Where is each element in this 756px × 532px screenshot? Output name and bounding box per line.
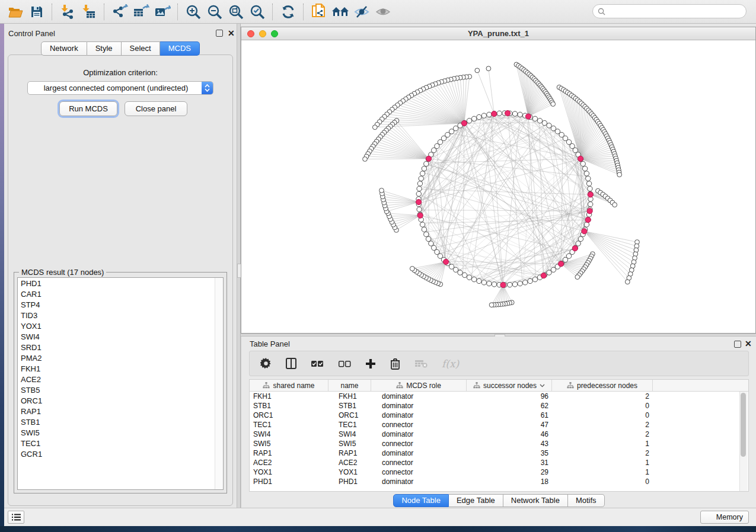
table-row[interactable]: ACE2ACE2connector311 bbox=[250, 458, 748, 467]
ring-node[interactable] bbox=[537, 118, 542, 123]
leaf-node[interactable] bbox=[489, 303, 494, 307]
table-row[interactable]: YOX1YOX1connector291 bbox=[250, 467, 748, 477]
ring-node[interactable] bbox=[584, 222, 589, 227]
ring-node[interactable] bbox=[481, 113, 486, 118]
export-network-icon[interactable] bbox=[109, 2, 130, 21]
tab-motifs[interactable]: Motifs bbox=[568, 494, 605, 507]
result-item[interactable]: YOX1 bbox=[18, 321, 223, 331]
column-header-name[interactable]: name bbox=[328, 380, 371, 391]
ring-node[interactable] bbox=[582, 166, 587, 171]
ring-node[interactable] bbox=[586, 176, 591, 181]
table-row[interactable]: TEC1TEC1connector472 bbox=[250, 420, 748, 430]
control-panel-float-icon[interactable] bbox=[216, 30, 223, 37]
ring-node[interactable] bbox=[586, 181, 591, 186]
ring-node[interactable] bbox=[481, 280, 486, 285]
export-table-icon[interactable] bbox=[130, 2, 152, 21]
table-panel-close-icon[interactable]: ✕ bbox=[745, 339, 752, 348]
ring-node[interactable] bbox=[477, 278, 481, 283]
hide-selected-eye-icon[interactable] bbox=[351, 2, 372, 21]
save-icon[interactable] bbox=[26, 2, 47, 21]
ring-node[interactable] bbox=[487, 112, 492, 117]
ring-node[interactable] bbox=[417, 207, 422, 211]
mcds-hub-node[interactable] bbox=[587, 209, 592, 214]
tab-mcds[interactable]: MCDS bbox=[160, 41, 200, 56]
ring-node[interactable] bbox=[532, 277, 537, 281]
leaf-node[interactable] bbox=[486, 66, 491, 71]
tab-style[interactable]: Style bbox=[87, 41, 122, 56]
mcds-hub-node[interactable] bbox=[585, 217, 591, 223]
mcds-hub-node[interactable] bbox=[417, 213, 423, 218]
result-item[interactable]: GCR1 bbox=[18, 448, 223, 459]
ring-node[interactable] bbox=[508, 283, 512, 287]
import-network-icon[interactable] bbox=[57, 2, 78, 21]
ring-node[interactable] bbox=[422, 227, 426, 232]
tab-network[interactable]: Network bbox=[41, 41, 87, 56]
mcds-hub-node[interactable] bbox=[559, 261, 564, 267]
ring-node[interactable] bbox=[424, 161, 429, 166]
ring-node[interactable] bbox=[419, 176, 423, 181]
result-item[interactable]: SWI5 bbox=[18, 427, 223, 438]
ring-node[interactable] bbox=[576, 241, 580, 246]
ring-node[interactable] bbox=[422, 166, 426, 171]
vertical-split-divider[interactable] bbox=[237, 24, 241, 508]
leaf-node[interactable] bbox=[575, 275, 580, 280]
ring-node[interactable] bbox=[512, 282, 517, 287]
tab-select[interactable]: Select bbox=[122, 41, 160, 56]
ring-node[interactable] bbox=[588, 202, 593, 207]
mcds-hub-node[interactable] bbox=[426, 156, 431, 161]
ring-node[interactable] bbox=[417, 186, 422, 191]
mcds-result-scrollbar[interactable] bbox=[215, 278, 223, 489]
mcds-hub-node[interactable] bbox=[578, 156, 583, 161]
deselect-all-rows-icon[interactable] bbox=[338, 360, 351, 368]
network-graph-canvas[interactable] bbox=[241, 40, 755, 333]
mcds-hub-node[interactable] bbox=[505, 111, 511, 116]
leaf-node[interactable] bbox=[363, 157, 368, 162]
select-all-rows-icon[interactable] bbox=[311, 360, 324, 368]
column-header-shared-name[interactable]: shared name bbox=[250, 380, 328, 391]
tab-edge-table[interactable]: Edge Table bbox=[449, 494, 503, 507]
leaf-node[interactable] bbox=[617, 172, 622, 177]
ring-node[interactable] bbox=[416, 191, 421, 196]
result-item[interactable]: TID3 bbox=[18, 310, 223, 321]
table-row[interactable]: SWI5SWI5connector431 bbox=[250, 439, 748, 448]
result-item[interactable]: RAP1 bbox=[18, 406, 223, 416]
table-row[interactable]: ORC1ORC1dominator610 bbox=[250, 411, 748, 420]
result-item[interactable]: CAR1 bbox=[18, 289, 223, 299]
ring-node[interactable] bbox=[518, 112, 522, 117]
create-column-plus-icon[interactable] bbox=[365, 358, 376, 369]
ring-node[interactable] bbox=[547, 123, 551, 128]
leaf-node[interactable] bbox=[372, 125, 377, 130]
search-input[interactable] bbox=[592, 4, 747, 18]
delete-column-trash-icon[interactable] bbox=[390, 358, 400, 370]
leaf-node[interactable] bbox=[613, 203, 617, 207]
ring-node[interactable] bbox=[512, 111, 517, 116]
result-item[interactable]: SWI4 bbox=[18, 331, 223, 342]
tab-network-table[interactable]: Network Table bbox=[503, 494, 568, 507]
tab-node-table[interactable]: Node Table bbox=[393, 494, 449, 507]
export-image-icon[interactable] bbox=[152, 2, 173, 21]
table-scrollbar[interactable] bbox=[739, 392, 748, 491]
ring-node[interactable] bbox=[467, 275, 471, 280]
table-row[interactable]: SWI4SWI4dominator462 bbox=[250, 430, 748, 439]
refresh-icon[interactable] bbox=[277, 2, 299, 21]
ring-node[interactable] bbox=[467, 118, 471, 123]
ring-node[interactable] bbox=[497, 111, 502, 116]
show-all-eye-icon[interactable] bbox=[372, 2, 394, 21]
mcds-hub-node[interactable] bbox=[572, 246, 578, 251]
zoom-fit-icon[interactable] bbox=[225, 2, 247, 21]
control-panel-close-icon[interactable]: ✕ bbox=[228, 28, 235, 38]
result-item[interactable]: STB1 bbox=[18, 416, 223, 427]
ring-node[interactable] bbox=[528, 278, 532, 283]
ring-node[interactable] bbox=[547, 270, 551, 275]
mcds-hub-node[interactable] bbox=[492, 111, 497, 117]
table-row[interactable]: STB1STB1dominator620 bbox=[250, 401, 748, 411]
ring-node[interactable] bbox=[518, 281, 522, 286]
leaf-node[interactable] bbox=[379, 188, 384, 193]
ring-node[interactable] bbox=[462, 273, 467, 277]
ring-node[interactable] bbox=[487, 281, 492, 286]
zoom-selected-icon[interactable] bbox=[247, 2, 268, 21]
leaf-node[interactable] bbox=[625, 280, 630, 284]
show-columns-icon[interactable] bbox=[286, 358, 296, 369]
result-item[interactable]: PMA2 bbox=[18, 352, 223, 363]
ring-node[interactable] bbox=[426, 236, 430, 241]
